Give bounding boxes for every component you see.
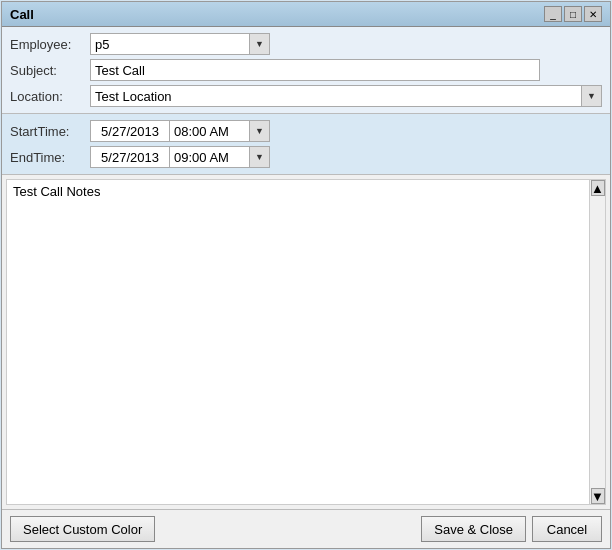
title-bar: Call _ □ ✕ xyxy=(2,2,610,27)
minimize-button[interactable]: _ xyxy=(544,6,562,22)
employee-dropdown-button[interactable]: ▼ xyxy=(250,33,270,55)
footer: Select Custom Color Save & Close Cancel xyxy=(2,509,610,548)
close-button[interactable]: ✕ xyxy=(584,6,602,22)
location-control: ▼ xyxy=(90,85,602,107)
notes-textarea[interactable] xyxy=(7,180,589,504)
starttime-label: StartTime: xyxy=(10,124,90,139)
start-dropdown-icon: ▼ xyxy=(255,126,264,136)
notes-area: ▲ ▼ xyxy=(6,179,606,505)
location-dropdown-button[interactable]: ▼ xyxy=(582,85,602,107)
employee-label: Employee: xyxy=(10,37,90,52)
employee-control: ▼ xyxy=(90,33,602,55)
subject-input[interactable] xyxy=(90,59,540,81)
starttime-row: StartTime: ▼ xyxy=(10,120,602,142)
window-controls: _ □ ✕ xyxy=(544,6,602,22)
location-dropdown-icon: ▼ xyxy=(587,91,596,101)
employee-dropdown-icon: ▼ xyxy=(255,39,264,49)
subject-control xyxy=(90,59,602,81)
end-dropdown-icon: ▼ xyxy=(255,152,264,162)
form-area: Employee: ▼ Subject: Location: ▼ xyxy=(2,27,610,114)
endtime-control: ▼ xyxy=(90,146,602,168)
save-close-button[interactable]: Save & Close xyxy=(421,516,526,542)
scroll-down-icon: ▼ xyxy=(591,489,604,504)
datetime-area: StartTime: ▼ EndTime: ▼ xyxy=(2,114,610,175)
starttime-control: ▼ xyxy=(90,120,602,142)
scroll-up-button[interactable]: ▲ xyxy=(591,180,605,196)
start-time-dropdown-button[interactable]: ▼ xyxy=(250,120,270,142)
footer-right: Save & Close Cancel xyxy=(421,516,602,542)
scrollbar-track: ▲ ▼ xyxy=(589,180,605,504)
window-title: Call xyxy=(10,7,34,22)
location-label: Location: xyxy=(10,89,90,104)
scroll-down-button[interactable]: ▼ xyxy=(591,488,605,504)
start-date-input[interactable] xyxy=(90,120,170,142)
end-date-input[interactable] xyxy=(90,146,170,168)
employee-input[interactable] xyxy=(90,33,250,55)
end-time-dropdown-button[interactable]: ▼ xyxy=(250,146,270,168)
start-time-input[interactable] xyxy=(170,120,250,142)
footer-left: Select Custom Color xyxy=(10,516,155,542)
location-row: Location: ▼ xyxy=(10,85,602,107)
endtime-label: EndTime: xyxy=(10,150,90,165)
maximize-button[interactable]: □ xyxy=(564,6,582,22)
custom-color-button[interactable]: Select Custom Color xyxy=(10,516,155,542)
cancel-button[interactable]: Cancel xyxy=(532,516,602,542)
location-input[interactable] xyxy=(90,85,582,107)
subject-label: Subject: xyxy=(10,63,90,78)
end-time-input[interactable] xyxy=(170,146,250,168)
scroll-up-icon: ▲ xyxy=(591,181,604,196)
call-dialog: Call _ □ ✕ Employee: ▼ Subject: xyxy=(1,1,611,549)
employee-row: Employee: ▼ xyxy=(10,33,602,55)
endtime-row: EndTime: ▼ xyxy=(10,146,602,168)
subject-row: Subject: xyxy=(10,59,602,81)
